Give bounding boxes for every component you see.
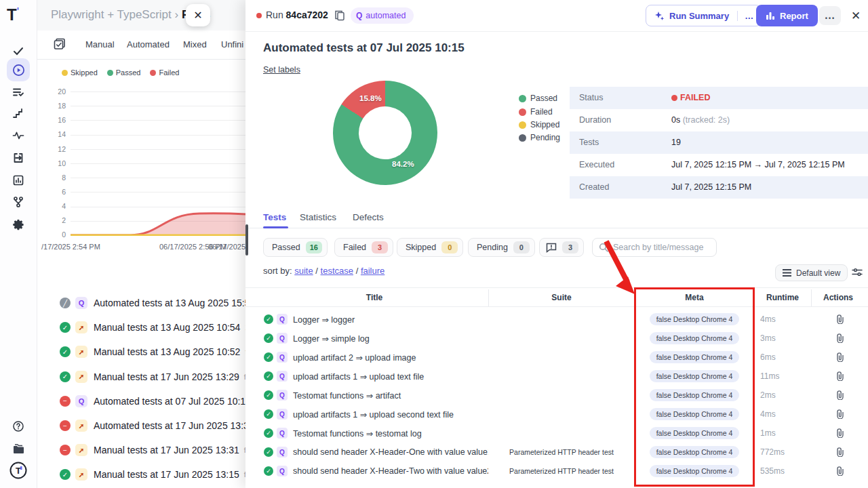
breadcrumb-project[interactable]: Playwright + TypeScript [51,8,172,21]
test-row[interactable]: ✓Q Logger ⇒ simple log false Desktop Chr… [245,329,868,348]
panel-close-button[interactable]: ✕ [851,9,861,23]
runs-play-icon[interactable] [7,58,30,81]
col-runtime[interactable]: Runtime [766,293,799,302]
app-logo[interactable]: T' [7,5,19,24]
scrollbar-thumb[interactable] [245,224,248,256]
pulse-activity-icon[interactable] [7,124,30,147]
run-id-label: Run 84ca7202 [266,9,328,20]
test-row[interactable]: ✓Q upload artifacts 1 ⇒ upload second te… [245,405,868,424]
tab-defects[interactable]: Defects [353,212,384,222]
tab-automated[interactable]: Automated [127,39,170,49]
failed-status-icon: − [60,420,71,431]
plans-list-check-icon[interactable] [7,81,30,104]
search-input[interactable] [613,243,708,252]
info-row-status: Status FAILED [570,87,868,109]
automated-q-icon: Q [277,333,288,344]
automated-q-icon: Q [277,447,288,458]
run-list-item[interactable]: ╱ Q Automated tests at 13 Aug 2025 15:53 [37,291,248,315]
tab-mixed[interactable]: Mixed [183,39,207,49]
run-list: ╱ Q Automated tests at 13 Aug 2025 15:53… [37,291,248,487]
test-row[interactable]: ✓Q upload artifact 2 ⇒ upload image fals… [245,348,868,367]
filter-passed[interactable]: Passed16 [263,238,328,257]
skipped-line [71,235,245,237]
automated-q-icon: Q [356,11,362,20]
milestones-steps-icon[interactable] [7,102,30,125]
filter-skipped[interactable]: Skipped0 [397,238,463,257]
meta-badge: false Desktop Chrome 4 [650,408,740,420]
run-list-item[interactable]: − ➚ Manual tests at 17 Jun 2025 13:31 fr… [37,438,248,462]
filter-comments[interactable]: 3 [539,238,584,257]
close-runs-popover-button[interactable]: ✕ [186,4,210,26]
attachment-paperclip-icon[interactable] [835,466,844,476]
col-meta[interactable]: Meta [685,293,703,302]
attachment-paperclip-icon[interactable] [835,428,844,438]
run-detail-panel: Run 84ca7202 Q automated Run Summary … R… [245,0,868,488]
select-runs-icon[interactable] [54,38,66,50]
sparkles-icon [654,11,665,21]
run-title: Manual tests at 13 Aug 2025 10:54 [94,322,240,333]
passed-status-icon: ✓ [60,322,71,333]
default-view-button[interactable]: Default view [775,264,848,281]
filter-pending[interactable]: Pending0 [468,238,535,257]
projects-folder-icon[interactable] [7,437,30,460]
panel-more-button[interactable]: … [819,6,841,25]
run-list-item[interactable]: ✓ ➚ Manual tests at 17 Jun 2025 13:15 fr… [37,462,248,487]
report-button[interactable]: Report [756,5,818,26]
import-icon[interactable] [7,146,30,169]
failed-status-icon: − [60,445,71,455]
run-list-item[interactable]: − Q Automated tests at 07 Jul 2025 10:15 [37,389,248,413]
manual-run-icon: ➚ [75,321,87,333]
sort-suite-link[interactable]: suite [294,266,313,276]
test-row[interactable]: ✓Q Testomat functions ⇒ artifact false D… [245,386,868,405]
test-row[interactable]: ✓Q Logger ⇒ logger false Desktop Chrome … [245,310,868,329]
passed-status-icon: ✓ [60,469,71,480]
chart-legend: Skipped Passed Failed [62,68,179,77]
run-list-item[interactable]: ✓ ➚ Manual tests at 13 Aug 2025 10:52 fr… [37,340,248,364]
help-icon[interactable] [7,415,30,438]
run-title: Automated tests at 07 Jul 2025 10:15 [94,396,248,407]
test-row[interactable]: ✓Q should send header X-Header-Two with … [245,462,868,481]
attachment-paperclip-icon[interactable] [835,371,844,381]
test-row[interactable]: ✓Q should send header X-Header-One with … [245,443,868,462]
reports-chart-icon[interactable] [7,169,30,192]
column-settings-sliders-icon[interactable] [852,267,863,277]
user-avatar[interactable]: T [7,459,30,482]
test-row[interactable]: ✓Q Testomat functions ⇒ testomat log fal… [245,424,868,443]
meta-badge: false Desktop Chrome 4 [650,370,740,382]
col-suite[interactable]: Suite [551,293,571,302]
test-row[interactable]: ✓Q upload artifacts 1 ⇒ upload text file… [245,367,868,386]
search-box[interactable] [592,238,717,257]
settings-gear-icon[interactable] [7,213,30,236]
run-title: Manual tests at 17 Jun 2025 13:31 [94,445,239,455]
sort-failure-link[interactable]: failure [361,266,384,276]
run-summary-button[interactable]: Run Summary … [646,5,762,26]
attachment-paperclip-icon[interactable] [835,333,844,343]
col-title[interactable]: Title [366,293,382,302]
legend-failed: Failed [150,68,179,77]
automated-badge[interactable]: Q automated [351,7,414,24]
tab-tests[interactable]: Tests [263,212,286,222]
run-list-item[interactable]: ✓ ➚ Manual tests at 13 Aug 2025 10:54 2 [37,315,248,340]
filter-failed[interactable]: Failed3 [334,238,393,257]
branch-icon[interactable] [7,190,30,214]
skipped-count-badge: 0 [441,241,458,253]
attachment-paperclip-icon[interactable] [835,447,844,457]
tab-statistics[interactable]: Statistics [300,212,336,222]
automated-q-icon: Q [277,352,288,363]
manual-run-icon: ➚ [75,371,87,383]
run-list-item[interactable]: ✓ ➚ Manual tests at 17 Jun 2025 13:29 fr… [37,365,248,389]
attachment-paperclip-icon[interactable] [835,352,844,362]
attachment-paperclip-icon[interactable] [835,314,844,324]
tab-unfinished[interactable]: Unfini [221,39,243,49]
copy-run-id-icon[interactable] [334,9,345,21]
attachment-paperclip-icon[interactable] [835,390,844,400]
sort-testcase-link[interactable]: testcase [321,266,353,276]
run-list-item[interactable]: − ➚ Automated tests at 17 Jun 2025 13:30 [37,413,248,438]
set-labels-link[interactable]: Set labels [263,65,300,75]
attachment-paperclip-icon[interactable] [835,409,844,419]
status-value: FAILED [671,93,710,102]
tab-manual[interactable]: Manual [85,39,115,49]
passed-check-icon: ✓ [264,409,273,419]
col-actions[interactable]: Actions [823,293,853,302]
meta-badge: false Desktop Chrome 4 [650,313,740,325]
